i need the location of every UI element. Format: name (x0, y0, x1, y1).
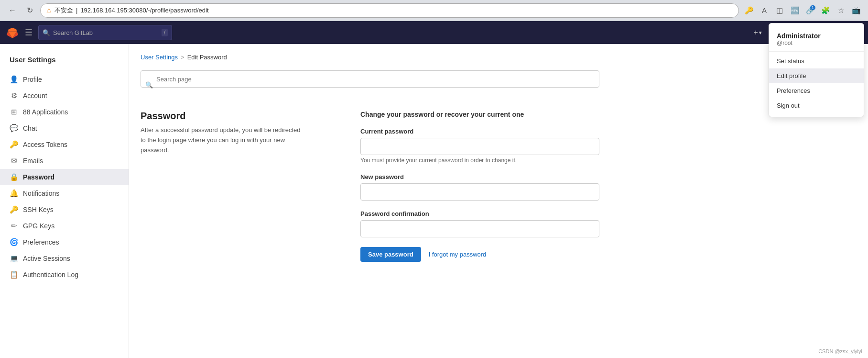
user-dropdown-menu: Administrator @root Set status Edit prof… (769, 23, 864, 117)
dropdown-user-info: Administrator @root (769, 27, 864, 52)
dropdown-user-name: Administrator (777, 32, 856, 40)
dropdown-set-status[interactable]: Set status (769, 54, 864, 68)
dropdown-edit-profile[interactable]: Edit profile (769, 68, 864, 83)
dropdown-overlay[interactable] (0, 0, 868, 358)
dropdown-preferences[interactable]: Preferences (769, 83, 864, 98)
dropdown-sign-out[interactable]: Sign out (769, 98, 864, 113)
dropdown-user-handle: @root (777, 40, 856, 46)
